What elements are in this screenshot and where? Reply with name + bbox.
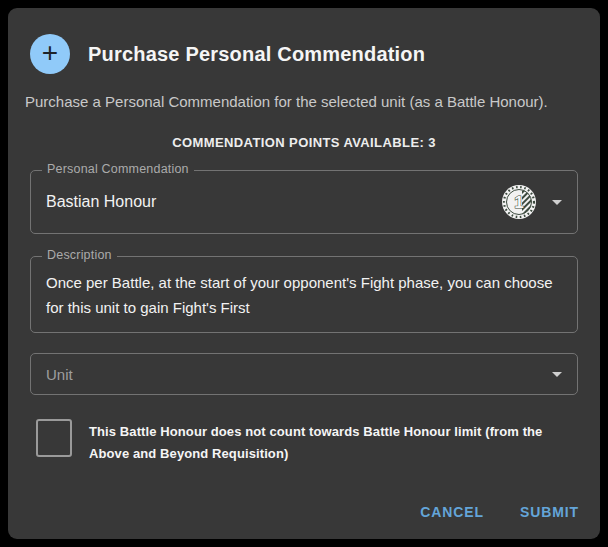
- battle-honour-limit-row: This Battle Honour does not count toward…: [36, 419, 580, 465]
- battle-honour-limit-label: This Battle Honour does not count toward…: [89, 421, 571, 465]
- coin-count-text: 1: [514, 193, 523, 212]
- unit-select[interactable]: Unit: [30, 353, 578, 395]
- personal-commendation-value: Bastian Honour: [46, 193, 156, 211]
- plus-avatar-icon: +: [30, 34, 70, 74]
- dialog-header: + Purchase Personal Commendation: [8, 8, 600, 74]
- battle-honour-limit-checkbox[interactable]: [36, 419, 72, 457]
- cancel-button[interactable]: CANCEL: [407, 495, 497, 529]
- description-field: Description Once per Battle, at the star…: [30, 256, 578, 333]
- chevron-down-icon: [552, 372, 562, 377]
- description-label: Description: [42, 248, 117, 262]
- personal-commendation-select[interactable]: Personal Commendation Bastian Honour 1: [30, 170, 578, 234]
- commendation-cost-coin-icon: 1: [501, 184, 537, 220]
- description-text: Once per Battle, at the start of your op…: [46, 270, 562, 320]
- personal-commendation-label: Personal Commendation: [42, 162, 194, 176]
- plus-icon: +: [42, 39, 58, 67]
- dialog-subtitle: Purchase a Personal Commendation for the…: [25, 89, 580, 114]
- purchase-commendation-dialog: + Purchase Personal Commendation Purchas…: [8, 8, 600, 539]
- submit-button[interactable]: SUBMIT: [507, 495, 592, 529]
- chevron-down-icon: [552, 200, 562, 205]
- commendation-points-available: COMMENDATION POINTS AVAILABLE: 3: [8, 135, 600, 150]
- dialog-actions: CANCEL SUBMIT: [407, 495, 592, 529]
- dialog-title: Purchase Personal Commendation: [88, 43, 425, 66]
- unit-placeholder: Unit: [46, 366, 73, 383]
